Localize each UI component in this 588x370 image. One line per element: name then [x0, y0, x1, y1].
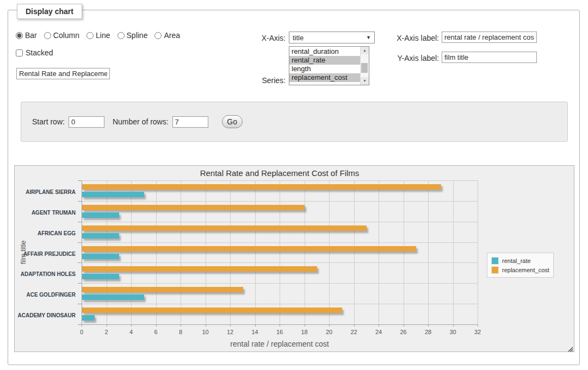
- y-axis-label-label: Y-Axis label:: [385, 54, 439, 62]
- chart-type-option-column[interactable]: Column: [44, 31, 79, 40]
- fieldset-legend: Display chart: [17, 4, 82, 19]
- go-button[interactable]: Go: [222, 115, 243, 128]
- x-tick-label: 14: [247, 329, 263, 335]
- chart-type-option-area[interactable]: Area: [154, 31, 180, 40]
- y-axis-title: film title: [19, 225, 27, 279]
- scrollbar-track[interactable]: [361, 54, 369, 77]
- series-option-replacement_cost[interactable]: replacement_cost: [289, 73, 360, 82]
- chart-type-option-bar[interactable]: Bar: [16, 31, 37, 40]
- x-tick-label: 24: [370, 329, 387, 335]
- series-option-rental_duration[interactable]: rental_duration: [289, 47, 360, 56]
- x-tick-label: 18: [296, 329, 313, 335]
- stacked-checkbox[interactable]: [16, 49, 23, 57]
- scroll-down-icon[interactable]: ▼: [361, 77, 369, 85]
- bar-rental_rate: [82, 274, 119, 279]
- x-tick-label: 4: [123, 329, 139, 335]
- bar-rental_rate: [82, 212, 119, 218]
- series-listbox[interactable]: rental_durationrental_ratelengthreplacem…: [289, 46, 369, 85]
- x-gridline: [379, 180, 379, 324]
- chart-type-label: Column: [53, 31, 79, 40]
- x-gridline: [453, 180, 454, 324]
- x-axis-label-input[interactable]: [442, 32, 537, 43]
- y-gridline: [82, 201, 478, 202]
- x-tick-label: 16: [271, 329, 288, 335]
- y-tick: [78, 242, 82, 243]
- chart-type-radio-bar[interactable]: [16, 32, 23, 39]
- chart-container: Rental Rate and Replacement Cost of Film…: [14, 165, 574, 352]
- bar-replacement_cost: [82, 308, 342, 313]
- y-tick: [78, 262, 82, 263]
- y-gridline: [82, 283, 478, 284]
- category-label: AIRPLANE SIERRA: [15, 190, 76, 195]
- page: Display chart BarColumnLineSplineArea St…: [0, 0, 588, 370]
- stacked-label: Stacked: [26, 48, 53, 57]
- x-tick-label: 6: [148, 329, 164, 335]
- x-tick-label: 26: [395, 329, 412, 335]
- start-row-input[interactable]: [69, 116, 104, 128]
- x-tick-label: 28: [420, 329, 436, 335]
- bar-chart: Rental Rate and Replacement Cost of Film…: [15, 166, 574, 352]
- x-gridline: [181, 180, 181, 324]
- chevron-down-icon: ▼: [366, 35, 371, 40]
- y-gridline: [82, 242, 478, 243]
- x-gridline: [478, 180, 478, 324]
- series-option-rental_rate[interactable]: rental_rate: [289, 56, 360, 65]
- start-row-label: Start row:: [32, 117, 65, 126]
- y-gridline: [82, 180, 478, 181]
- x-gridline: [230, 180, 231, 324]
- scrollbar-thumb[interactable]: [361, 63, 368, 73]
- chart-type-radio-column[interactable]: [44, 32, 51, 39]
- x-tick-label: 22: [346, 329, 362, 335]
- x-axis-label-label: X-Axis label:: [385, 34, 439, 42]
- x-gridline: [404, 180, 404, 324]
- scroll-up-icon[interactable]: ▲: [361, 47, 369, 54]
- num-rows-input[interactable]: [172, 116, 208, 128]
- legend-label: rental_rate: [502, 258, 531, 264]
- stacked-option[interactable]: Stacked: [16, 48, 53, 57]
- category-label: ACADEMY DINOSAUR: [15, 313, 76, 318]
- x-tick: [478, 324, 478, 327]
- y-gridline: [82, 262, 478, 263]
- chart-type-label: Spline: [127, 31, 148, 40]
- num-rows-label: Number of rows:: [113, 117, 169, 126]
- chart-type-radio-line[interactable]: [86, 32, 94, 39]
- chart-type-option-spline[interactable]: Spline: [117, 31, 148, 40]
- legend-swatch: [491, 257, 499, 265]
- legend-item-rental_rate: rental_rate: [491, 256, 549, 265]
- x-gridline: [428, 180, 429, 324]
- chart-type-radio-spline[interactable]: [117, 32, 125, 39]
- y-gridline: [82, 324, 478, 325]
- chart-type-radio-group: BarColumnLineSplineArea: [16, 31, 180, 40]
- chart-type-label: Bar: [25, 31, 37, 40]
- x-gridline: [131, 180, 132, 324]
- series-scrollbar[interactable]: ▲ ▼: [360, 47, 369, 85]
- resize-handle-icon[interactable]: [567, 344, 573, 351]
- chart-type-radio-area[interactable]: [154, 32, 162, 39]
- display-chart-fieldset: Display chart BarColumnLineSplineArea St…: [8, 10, 580, 365]
- x-gridline: [280, 180, 280, 324]
- y-axis-label-input[interactable]: [442, 52, 537, 63]
- x-tick-label: 0: [73, 329, 90, 335]
- legend-item-replacement_cost: replacement_cost: [491, 265, 549, 274]
- legend-label: replacement_cost: [502, 267, 549, 273]
- series-option-length[interactable]: length: [289, 65, 360, 73]
- x-tick-label: 12: [222, 329, 238, 335]
- chart-title-input[interactable]: [16, 68, 110, 79]
- x-tick-label: 30: [445, 329, 461, 335]
- y-tick: [78, 283, 82, 284]
- series-label: Series:: [231, 76, 286, 85]
- y-tick: [78, 222, 82, 222]
- category-label: ACE GOLDFINGER: [15, 292, 76, 298]
- legend-swatch: [491, 266, 499, 274]
- x-gridline: [255, 180, 256, 324]
- chart-type-option-line[interactable]: Line: [86, 31, 110, 40]
- x-gridline: [206, 180, 206, 324]
- chart-type-label: Area: [164, 31, 180, 40]
- bar-replacement_cost: [82, 184, 441, 190]
- x-axis-title: rental rate / replacement cost: [82, 340, 478, 348]
- bar-replacement_cost: [82, 266, 317, 272]
- y-gridline: [82, 304, 478, 304]
- chart-title: Rental Rate and Replacement Cost of Film…: [82, 168, 478, 178]
- bar-replacement_cost: [82, 205, 305, 210]
- x-axis-select[interactable]: title ▼: [289, 32, 375, 43]
